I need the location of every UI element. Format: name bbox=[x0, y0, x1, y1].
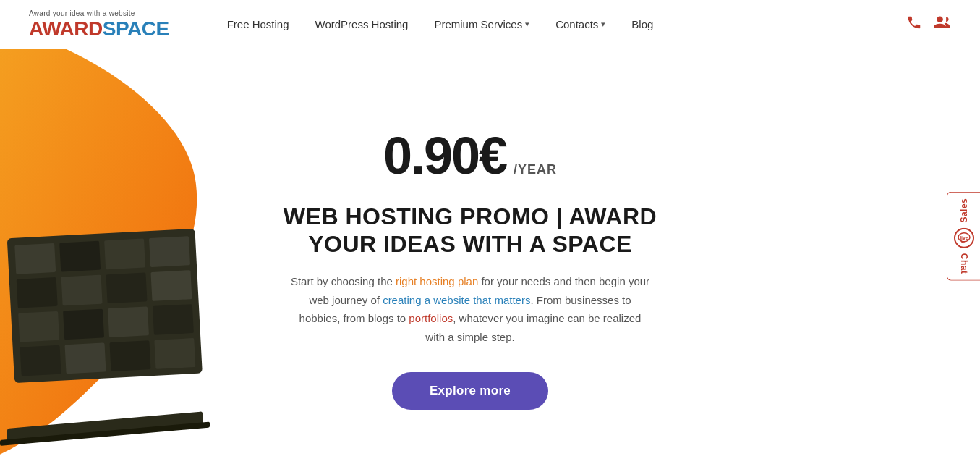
nav-wordpress-hosting[interactable]: WordPress Hosting bbox=[315, 18, 409, 30]
main-nav: Free Hosting WordPress Hosting Premium S… bbox=[227, 18, 906, 30]
nav-contacts[interactable]: Contacts ▾ bbox=[555, 18, 605, 30]
svg-rect-14 bbox=[153, 304, 194, 335]
hero-title: WEB HOSTING PROMO | AWARD YOUR IDEAS WIT… bbox=[268, 203, 673, 258]
svg-rect-4 bbox=[59, 241, 101, 272]
live-chat-icon: live bbox=[953, 227, 975, 249]
sales-chat-bottom-label: Chat bbox=[959, 253, 969, 274]
sales-chat-top-label: Sales bbox=[959, 198, 969, 223]
hero-section: 0.90€ /YEAR WEB HOSTING PROMO | AWARD YO… bbox=[0, 49, 980, 472]
svg-rect-17 bbox=[109, 340, 150, 371]
svg-rect-13 bbox=[108, 306, 149, 337]
svg-rect-12 bbox=[63, 309, 104, 340]
svg-rect-3 bbox=[14, 243, 56, 274]
logo-text: AWARDSPACE bbox=[29, 19, 169, 39]
svg-rect-6 bbox=[149, 236, 190, 267]
sales-chat-widget[interactable]: Sales live Chat bbox=[947, 192, 980, 281]
svg-rect-10 bbox=[150, 270, 192, 301]
header-icons bbox=[906, 14, 951, 34]
highlight-orange: right hosting plan bbox=[396, 275, 478, 287]
site-header: Award your idea with a website AWARDSPAC… bbox=[0, 0, 980, 49]
highlight-blue: creating a website that matters bbox=[383, 294, 530, 306]
svg-rect-7 bbox=[17, 277, 58, 308]
device-illustration bbox=[0, 197, 224, 472]
svg-rect-15 bbox=[20, 345, 61, 376]
svg-rect-11 bbox=[18, 311, 59, 342]
svg-rect-16 bbox=[65, 342, 106, 374]
explore-more-button[interactable]: Explore more bbox=[392, 372, 548, 410]
premium-services-chevron-icon: ▾ bbox=[525, 20, 529, 29]
laptop-svg bbox=[0, 197, 224, 472]
logo-award: AWARD bbox=[29, 17, 103, 40]
svg-rect-18 bbox=[154, 338, 195, 369]
price-period: /YEAR bbox=[514, 162, 557, 177]
phone-icon[interactable] bbox=[906, 14, 922, 34]
price-amount: 0.90€ bbox=[383, 126, 506, 185]
nav-blog[interactable]: Blog bbox=[631, 18, 653, 30]
logo-space: SPACE bbox=[103, 17, 169, 40]
hero-content: 0.90€ /YEAR WEB HOSTING PROMO | AWARD YO… bbox=[253, 83, 687, 439]
svg-text:live: live bbox=[960, 235, 968, 240]
contacts-chevron-icon: ▾ bbox=[601, 20, 605, 29]
logo[interactable]: Award your idea with a website AWARDSPAC… bbox=[29, 9, 169, 39]
svg-rect-9 bbox=[106, 272, 148, 303]
svg-rect-8 bbox=[61, 275, 103, 306]
price-display: 0.90€ /YEAR bbox=[268, 126, 673, 185]
users-icon[interactable] bbox=[934, 14, 951, 34]
logo-tagline: Award your idea with a website bbox=[29, 9, 135, 17]
svg-rect-5 bbox=[104, 238, 145, 269]
hero-description: Start by choosing the right hosting plan… bbox=[289, 272, 651, 346]
nav-premium-services[interactable]: Premium Services ▾ bbox=[434, 18, 529, 30]
highlight-red: portfolios bbox=[409, 312, 453, 324]
nav-free-hosting[interactable]: Free Hosting bbox=[227, 18, 289, 30]
